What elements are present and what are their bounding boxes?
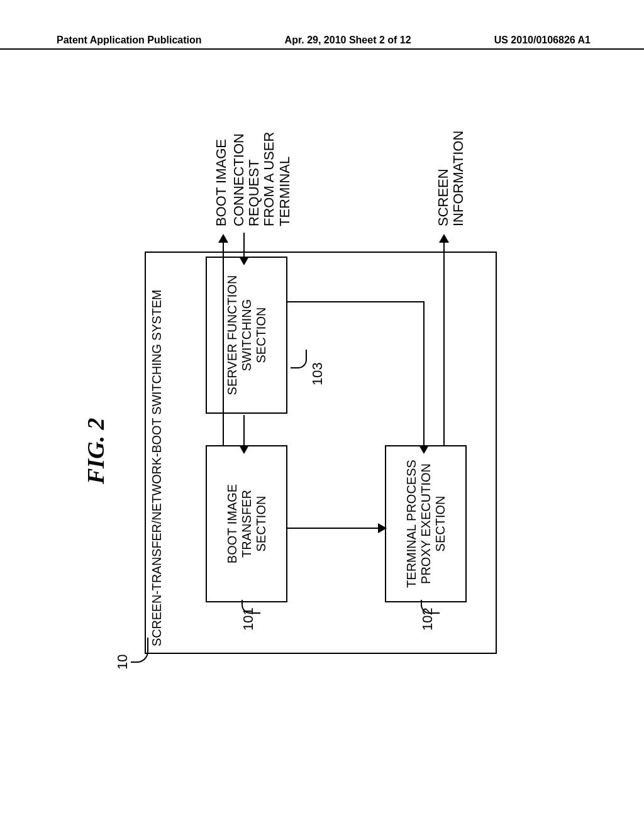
- arrow-103-to-101-head: [239, 445, 249, 454]
- header-center: Apr. 29, 2010 Sheet 2 of 12: [285, 35, 411, 46]
- header-right: US 2010/0106826 A1: [494, 35, 591, 46]
- block-102-text: TERMINAL PROCESS PROXY EXECUTION SECTION: [404, 460, 448, 588]
- label-screen-information: SCREEN INFORMATION: [436, 88, 466, 226]
- ref-103: 103: [309, 362, 326, 385]
- arrow-boot-image-head: [218, 234, 228, 243]
- figure-label: FIG. 2: [82, 418, 109, 484]
- arrow-connection-request-line: [243, 233, 245, 258]
- arrow-screen-info-head: [439, 234, 449, 243]
- figure-rotated-canvas: FIG. 2 10 SCREEN-TRANSFER/NETWORK-BOOT S…: [75, 88, 566, 780]
- arrow-101-to-102-line: [286, 528, 379, 529]
- label-boot-image: BOOT IMAGE: [214, 139, 229, 226]
- system-ref-number: 10: [114, 655, 131, 670]
- arrow-connection-request-head: [239, 257, 249, 265]
- arrow-103-to-102-hline: [423, 301, 425, 446]
- label-connection-request: CONNECTION REQUEST FROM A USER TERMINAL: [231, 82, 292, 226]
- ref-101-leader: [242, 600, 260, 614]
- block-server-function-switching: SERVER FUNCTION SWITCHING SECTION: [206, 257, 287, 414]
- arrow-103-to-102-head: [419, 445, 429, 454]
- page-header: Patent Application Publication Apr. 29, …: [0, 35, 644, 50]
- arrow-103-to-102-vline: [286, 301, 425, 302]
- arrow-boot-image-line: [223, 241, 224, 446]
- figure-area: FIG. 2 10 SCREEN-TRANSFER/NETWORK-BOOT S…: [75, 88, 566, 780]
- arrow-103-to-101-line: [243, 415, 245, 446]
- system-title: SCREEN-TRANSFER/NETWORK-BOOT SWITCHING S…: [150, 290, 164, 646]
- block-boot-image-transfer: BOOT IMAGE TRANSFER SECTION: [206, 445, 287, 602]
- block-101-text: BOOT IMAGE TRANSFER SECTION: [225, 484, 269, 563]
- arrow-screen-info-line: [443, 241, 445, 446]
- block-terminal-process-proxy: TERMINAL PROCESS PROXY EXECUTION SECTION: [385, 445, 467, 602]
- ref-102-leader: [421, 600, 440, 614]
- arrow-101-to-102-head: [378, 523, 387, 533]
- block-103-text: SERVER FUNCTION SWITCHING SECTION: [225, 275, 269, 396]
- header-left: Patent Application Publication: [57, 35, 202, 46]
- ref-103-leader: [291, 350, 307, 368]
